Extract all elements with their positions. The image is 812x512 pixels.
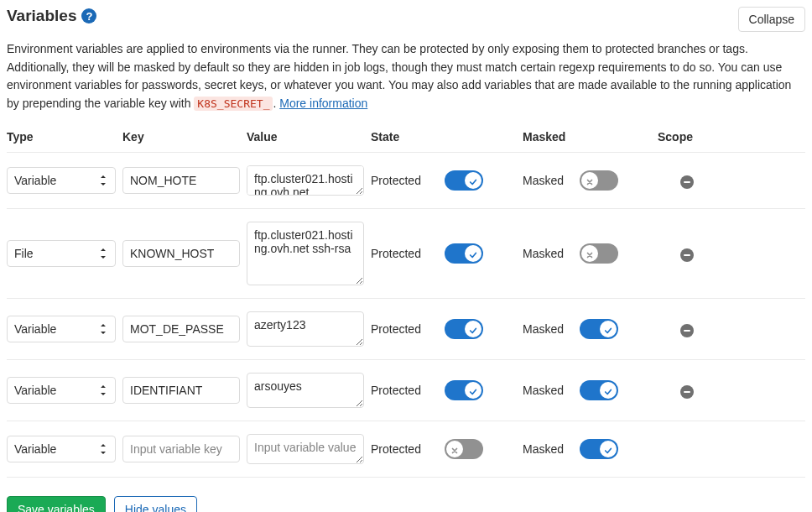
hide-values-button[interactable]: Hide values <box>114 496 197 512</box>
col-state: State <box>371 130 438 144</box>
masked-toggle[interactable] <box>580 439 618 459</box>
masked-toggle[interactable] <box>580 380 618 400</box>
section-title: Variables ? <box>7 7 96 25</box>
masked-label: Masked <box>523 322 573 336</box>
table-header: Type Key Value State Masked Scope <box>7 127 805 152</box>
type-select[interactable]: VariableFile <box>7 436 116 462</box>
variable-row: VariableFileftp.cluster021.hosting.ovh.n… <box>7 152 805 209</box>
code-secret-prefix: K8S_SECRET_ <box>194 97 273 111</box>
type-select[interactable]: VariableFile <box>7 377 116 404</box>
remove-button[interactable] <box>680 324 694 337</box>
help-icon[interactable]: ? <box>81 8 96 24</box>
state-label: Protected <box>371 384 438 397</box>
description-text: Environment variables are applied to env… <box>7 40 805 113</box>
state-label: Protected <box>371 174 438 187</box>
key-input[interactable] <box>122 240 240 267</box>
type-select[interactable]: VariableFile <box>7 167 116 194</box>
protected-toggle[interactable] <box>445 319 483 339</box>
protected-toggle[interactable] <box>445 243 483 264</box>
masked-toggle[interactable] <box>580 319 618 339</box>
variable-row: VariableFileazerty123ProtectedMasked <box>7 299 805 360</box>
value-input[interactable]: ftp.cluster021.hosting.ovh.net <box>247 165 364 196</box>
masked-toggle[interactable] <box>580 243 618 264</box>
remove-button[interactable] <box>680 175 694 189</box>
col-masked: Masked <box>523 130 573 144</box>
type-select[interactable]: VariableFile <box>7 316 116 342</box>
variable-row: VariableFileProtectedMasked <box>7 421 805 478</box>
value-input[interactable] <box>247 434 364 464</box>
state-label: Protected <box>371 322 438 336</box>
protected-toggle[interactable] <box>445 439 483 459</box>
variable-row: VariableFilearsouyesProtectedMasked <box>7 360 805 421</box>
variable-row: VariableFileftp.cluster021.hosting.ovh.n… <box>7 209 805 299</box>
masked-label: Masked <box>523 442 573 456</box>
state-label: Protected <box>371 247 438 260</box>
masked-label: Masked <box>523 384 573 397</box>
remove-button[interactable] <box>680 248 694 262</box>
actions-bar: Save variables Hide values <box>7 478 805 512</box>
col-type: Type <box>7 130 116 144</box>
remove-button[interactable] <box>680 385 694 399</box>
col-scope: Scope <box>658 130 716 144</box>
col-value: Value <box>247 130 364 144</box>
save-variables-button[interactable]: Save variables <box>7 496 106 512</box>
type-select[interactable]: VariableFile <box>7 240 116 267</box>
protected-toggle[interactable] <box>445 170 483 191</box>
protected-toggle[interactable] <box>445 380 483 400</box>
value-input[interactable]: ftp.cluster021.hosting.ovh.net ssh-rsa <box>247 222 364 285</box>
collapse-button[interactable]: Collapse <box>738 7 805 32</box>
masked-label: Masked <box>523 174 573 187</box>
more-information-link[interactable]: More information <box>279 97 367 110</box>
state-label: Protected <box>371 442 438 456</box>
key-input[interactable] <box>122 167 240 194</box>
key-input[interactable] <box>122 377 240 404</box>
key-input[interactable] <box>122 316 240 342</box>
title-text: Variables <box>7 7 76 25</box>
key-input[interactable] <box>122 436 240 462</box>
masked-toggle[interactable] <box>580 170 618 191</box>
value-input[interactable]: arsouyes <box>247 373 364 408</box>
value-input[interactable]: azerty123 <box>247 311 364 347</box>
masked-label: Masked <box>523 247 573 260</box>
col-key: Key <box>122 130 240 144</box>
